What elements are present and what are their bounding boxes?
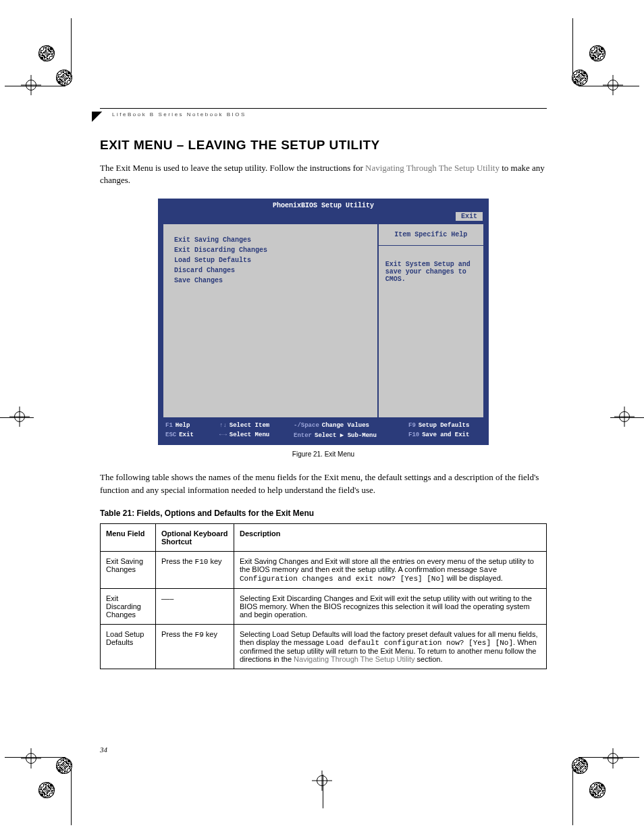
bios-menu-pane: Exit Saving Changes Exit Discarding Chan… (163, 224, 378, 418)
bios-key-f1: Help (176, 422, 190, 429)
bios-key-f10: Save and Exit (422, 432, 469, 438)
bios-key-leftright: Select Menu (230, 432, 269, 438)
bios-key-space: Change Values (322, 422, 369, 429)
bios-item-discard-changes[interactable]: Discard Changes (174, 267, 367, 274)
shortcut-suffix: key (204, 630, 217, 638)
registration-mark-mid-bottom (304, 769, 344, 807)
cell-description: Selecting Exit Discarding Changes and Ex… (234, 588, 547, 624)
header-rule (100, 108, 547, 109)
th-description: Description (234, 523, 547, 551)
cell-shortcut: ––– (156, 588, 234, 624)
bios-key-esc: Exit (179, 432, 194, 438)
registration-mark-mid-left (8, 398, 49, 436)
shortcut-key: F9 (195, 631, 204, 639)
section-heading: EXIT MENU – LEAVING THE SETUP UTILITY (100, 138, 547, 153)
bios-item-exit-discarding[interactable]: Exit Discarding Changes (174, 246, 367, 254)
exit-menu-table: Menu Field Optional Keyboard Shortcut De… (100, 523, 547, 669)
desc-link[interactable]: Navigating Through The Setup Utility (294, 655, 414, 663)
cell-shortcut: Press the F9 key (156, 624, 234, 669)
header-arrow-icon: ◤ (92, 109, 102, 122)
bios-help-pane: Item Specific Help Exit System Setup and… (378, 224, 484, 418)
bios-tab-bar: Exit (159, 212, 488, 224)
table-title: Table 21: Fields, Options and Defaults f… (100, 509, 547, 518)
cell-description: Selecting Load Setup Defaults will load … (234, 624, 547, 669)
registration-mark-top-left (18, 45, 79, 106)
running-header: LifeBook B Series Notebook BIOS (112, 111, 547, 118)
desc-text: section. (414, 655, 442, 663)
cell-menu-field: Exit Saving Changes (101, 551, 156, 588)
th-shortcut: Optional Keyboard Shortcut (156, 523, 234, 551)
bios-help-body: Exit System Setup and save your changes … (379, 246, 483, 298)
table-row: Exit Discarding Changes ––– Selecting Ex… (101, 588, 547, 624)
th-menu-field: Menu Field (101, 523, 156, 551)
table-header-row: Menu Field Optional Keyboard Shortcut De… (101, 523, 547, 551)
bios-help-header: Item Specific Help (379, 224, 483, 246)
bios-tab-exit[interactable]: Exit (456, 212, 483, 221)
bios-item-save-changes[interactable]: Save Changes (174, 277, 367, 284)
bios-title: PhoenixBIOS Setup Utility (159, 199, 488, 212)
registration-mark-bottom-left (18, 737, 79, 798)
registration-mark-bottom-right (565, 737, 626, 798)
shortcut-suffix: key (208, 557, 221, 565)
intro-text-1: The Exit Menu is used to leave the setup… (100, 163, 365, 173)
cell-description: Exit Saving Changes and Exit will store … (234, 551, 547, 588)
bios-footer: F1Help ESCExit ↑↓Select Item ←→Select Me… (159, 418, 488, 444)
shortcut-prefix: Press the (161, 630, 195, 638)
intro-link[interactable]: Navigating Through The Setup Utility (365, 163, 500, 173)
cell-menu-field: Load Setup Defaults (101, 624, 156, 669)
bios-key-enter: Select ▶ Sub-Menu (315, 432, 377, 439)
bios-item-exit-saving[interactable]: Exit Saving Changes (174, 236, 367, 244)
bios-screenshot: PhoenixBIOS Setup Utility Exit Exit Savi… (158, 199, 489, 445)
table-row: Load Setup Defaults Press the F9 key Sel… (101, 624, 547, 669)
intro-paragraph: The Exit Menu is used to leave the setup… (100, 162, 547, 186)
desc-mono: Load default configuration now? [Yes] [N… (326, 639, 513, 647)
bios-key-updown: Select Item (230, 422, 269, 429)
desc-text: will be displayed. (445, 574, 503, 582)
registration-mark-top-right (565, 45, 626, 106)
figure-caption: Figure 21. Exit Menu (100, 450, 547, 458)
page-body: ◤ LifeBook B Series Notebook BIOS EXIT M… (100, 108, 547, 669)
cell-menu-field: Exit Discarding Changes (101, 588, 156, 624)
after-figure-paragraph: The following table shows the names of t… (100, 471, 547, 496)
registration-mark-mid-right (595, 398, 636, 436)
bios-key-f9: Setup Defaults (419, 422, 470, 429)
bios-item-load-defaults[interactable]: Load Setup Defaults (174, 257, 367, 264)
cell-shortcut: Press the F10 key (156, 551, 234, 588)
shortcut-key: F10 (195, 558, 209, 566)
page-number: 34 (100, 746, 107, 754)
shortcut-prefix: Press the (161, 557, 195, 565)
table-row: Exit Saving Changes Press the F10 key Ex… (101, 551, 547, 588)
